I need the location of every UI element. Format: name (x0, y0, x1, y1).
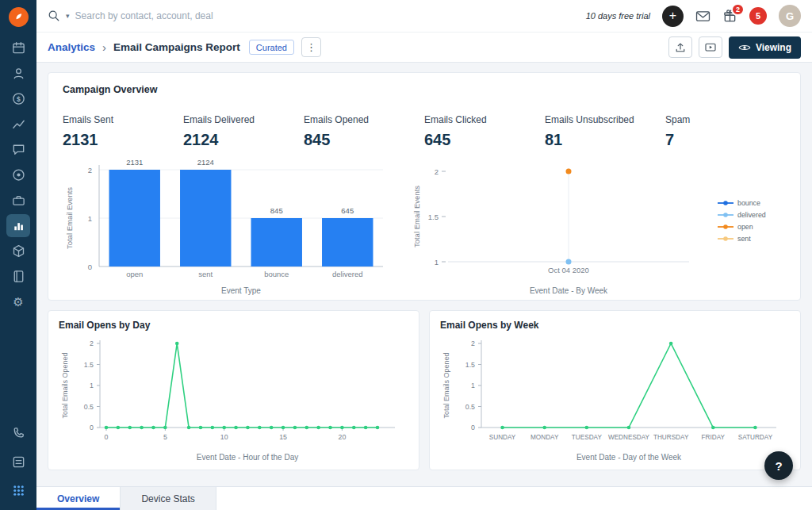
svg-text:1: 1 (471, 382, 475, 389)
contacts-icon[interactable] (6, 62, 30, 85)
metric-emails-delivered: Emails Delivered 2124 (183, 114, 304, 149)
page-title: Email Campaigns Report (113, 41, 240, 53)
phone-icon[interactable] (6, 422, 30, 445)
export-button[interactable] (668, 36, 692, 58)
presentation-icon (704, 41, 717, 54)
metric-emails-unsubscribed: Emails Unsubscribed 81 (545, 114, 665, 149)
svg-text:WEDNESDAY: WEDNESDAY (608, 434, 650, 441)
search-scope-caret-icon[interactable]: ▾ (66, 12, 70, 20)
svg-text:Total Emails Opened: Total Emails Opened (61, 352, 69, 418)
metrics-row: Emails Sent 2131 Emails Delivered 2124 E… (63, 114, 786, 149)
gear-icon[interactable]: ⚙ (6, 290, 30, 313)
briefcase-icon[interactable] (6, 189, 30, 212)
apps-grid-icon[interactable] (6, 479, 30, 502)
svg-text:15: 15 (279, 433, 287, 441)
trial-countdown: 10 days free trial (586, 11, 650, 21)
svg-text:sent: sent (198, 270, 213, 278)
plus-icon: + (669, 9, 676, 23)
app-window: $ ⚙ (0, 0, 812, 510)
metric-emails-clicked: Emails Clicked 645 (424, 114, 545, 149)
chevron-right-icon: › (102, 40, 106, 54)
report-tabs-bar: Overview Device Stats (36, 486, 812, 510)
notifications-badge[interactable]: 5 (749, 7, 767, 25)
quick-add-button[interactable]: + (662, 6, 684, 27)
more-options-button[interactable]: ⋮ (301, 37, 321, 57)
metric-emails-sent: Emails Sent 2131 (63, 114, 183, 149)
svg-text:$: $ (17, 95, 21, 103)
svg-text:10: 10 (220, 433, 228, 441)
svg-text:1: 1 (435, 258, 439, 267)
svg-text:2: 2 (471, 339, 475, 347)
svg-text:Total Emails Opened: Total Emails Opened (442, 352, 450, 418)
svg-text:1.5: 1.5 (84, 361, 94, 369)
report-actions: Viewing (668, 36, 801, 59)
svg-text:Total Email Events: Total Email Events (412, 186, 421, 247)
svg-text:Event Date - Hour of the Day: Event Date - Hour of the Day (197, 453, 298, 462)
report-toolbar: Analytics › Email Campaigns Report Curat… (36, 33, 812, 63)
svg-text:THURSDAY: THURSDAY (653, 434, 689, 441)
svg-text:1: 1 (88, 214, 92, 223)
svg-text:5: 5 (163, 433, 167, 441)
svg-text:0: 0 (88, 263, 92, 271)
freshworks-logo-icon[interactable] (9, 7, 29, 27)
svg-text:0.5: 0.5 (84, 403, 94, 411)
help-button[interactable]: ? (764, 451, 793, 480)
svg-text:open: open (126, 270, 143, 278)
breadcrumb-analytics-link[interactable]: Analytics (48, 41, 95, 53)
svg-text:bounce: bounce (264, 270, 289, 278)
svg-text:0: 0 (105, 433, 109, 441)
svg-text:2124: 2124 (197, 158, 214, 167)
metric-label: Emails Unsubscribed (545, 114, 665, 125)
metric-value: 2124 (183, 131, 304, 149)
svg-text:open: open (737, 223, 753, 231)
svg-text:Oct 04 2020: Oct 04 2020 (548, 266, 589, 274)
analytics-bars-icon[interactable] (6, 214, 30, 237)
svg-text:Event Type: Event Type (221, 286, 261, 295)
tab-device-stats[interactable]: Device Stats (121, 487, 216, 510)
metric-spam: Spam 7 (665, 114, 786, 149)
notebook-icon[interactable] (6, 265, 30, 288)
trend-chart-icon[interactable] (6, 113, 30, 136)
search-input[interactable] (75, 10, 274, 21)
whats-new-gift-icon[interactable]: 2 (722, 9, 737, 24)
viewing-mode-button[interactable]: Viewing (729, 36, 801, 59)
metric-label: Emails Opened (304, 114, 424, 125)
presentation-button[interactable] (699, 36, 722, 58)
tab-overview[interactable]: Overview (36, 487, 121, 510)
user-avatar[interactable]: G (779, 5, 801, 27)
svg-text:1.5: 1.5 (465, 361, 475, 369)
email-events-by-week-chart: 11.52Oct 04 2020Event Date - By WeekTota… (410, 157, 783, 298)
sidebar-bottom (6, 422, 30, 502)
svg-text:1.5: 1.5 (428, 213, 439, 221)
chat-icon[interactable] (6, 138, 30, 161)
svg-text:Total Email Events: Total Email Events (65, 187, 74, 249)
metric-label: Spam (665, 114, 786, 125)
calendar-icon[interactable] (6, 36, 30, 59)
metric-value: 7 (665, 131, 786, 149)
main-area: ▾ 10 days free trial + 2 5 G Analytics › (36, 0, 812, 510)
svg-text:0: 0 (471, 424, 475, 431)
launcher-icon[interactable] (6, 451, 30, 474)
email-opens-by-week-chart: 00.511.52SUNDAYMONDAYTUESDAYWEDNESDAYTHU… (440, 332, 789, 464)
svg-text:645: 645 (341, 206, 354, 215)
target-icon[interactable] (6, 163, 30, 186)
deals-icon[interactable]: $ (6, 87, 30, 110)
email-envelope-icon[interactable] (695, 10, 710, 22)
metric-label: Emails Sent (63, 114, 183, 125)
cube-icon[interactable] (6, 240, 30, 263)
eye-icon (738, 43, 751, 52)
email-opens-by-day-chart: 00.511.5205101520Event Date - Hour of th… (59, 332, 408, 464)
topbar-actions: 10 days free trial + 2 5 G (586, 5, 801, 27)
metric-value: 2131 (63, 131, 183, 149)
viewing-label: Viewing (756, 42, 791, 53)
metric-value: 845 (304, 131, 424, 149)
kebab-icon: ⋮ (306, 41, 316, 53)
svg-text:2: 2 (88, 166, 92, 174)
metric-value: 645 (424, 131, 545, 149)
metric-label: Emails Delivered (183, 114, 304, 125)
svg-text:MONDAY: MONDAY (530, 434, 559, 441)
email-events-bar-chart: 0122131open2124sent845bounce645delivered… (63, 157, 396, 298)
metric-label: Emails Clicked (424, 114, 545, 125)
bottom-charts-row: Email Opens by Day 00.511.5205101520Even… (48, 310, 801, 470)
svg-text:SATURDAY: SATURDAY (738, 434, 773, 441)
